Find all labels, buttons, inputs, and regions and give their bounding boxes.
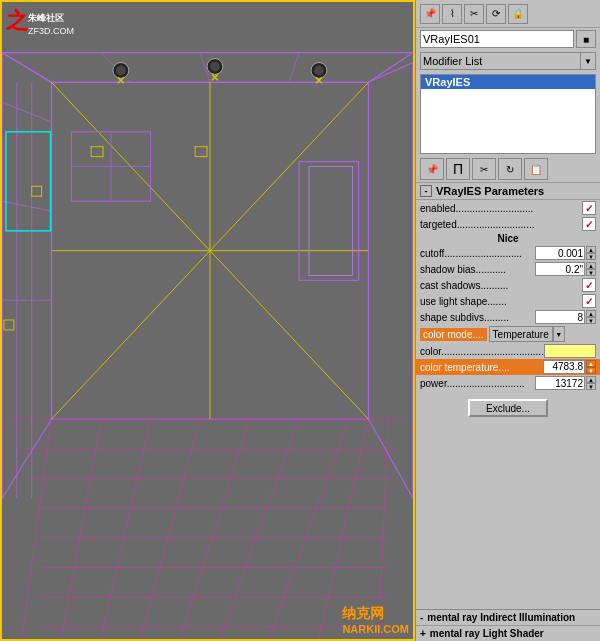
param-row-enabled: enabled............................ xyxy=(416,200,600,216)
enabled-label: enabled............................ xyxy=(420,203,582,214)
param-row-cast-shadows: cast shadows.......... xyxy=(416,277,600,293)
param-row-color-mode: color mode.... Temperature ▼ xyxy=(416,325,600,343)
pin-stack-btn[interactable]: 📌 xyxy=(420,158,444,180)
shape-subdivs-down[interactable]: ▼ xyxy=(586,317,596,324)
color-mode-dropdown-arrow[interactable]: ▼ xyxy=(553,326,565,342)
shape-subdivs-label: shape subdivs......... xyxy=(420,312,535,323)
shadow-bias-down[interactable]: ▼ xyxy=(586,269,596,276)
show-graph-btn[interactable]: Π xyxy=(446,158,470,180)
narkii-url: NARKII.COM xyxy=(342,623,409,635)
watermark-site: 朱峰社区 xyxy=(28,12,64,25)
cutoff-up[interactable]: ▲ xyxy=(586,246,596,253)
scene-svg xyxy=(2,2,413,639)
modifier-btns: 📌 Π ✂ ↻ 📋 xyxy=(416,156,600,183)
modifier-row: Modifier List ▼ xyxy=(416,50,600,72)
modifier-list-label: Modifier List xyxy=(420,52,581,70)
minus-icon: - xyxy=(420,612,423,623)
use-light-shape-label: use light shape....... xyxy=(420,296,582,307)
mental-ray-indirect-btn[interactable]: - mental ray Indirect Illumination xyxy=(416,610,600,626)
pin-icon[interactable]: 📌 xyxy=(420,4,440,24)
svg-point-40 xyxy=(314,65,324,75)
refresh-btn[interactable]: ↻ xyxy=(498,158,522,180)
svg-point-38 xyxy=(116,65,126,75)
nice-divider: Nice xyxy=(416,232,600,245)
narkii-label: 纳克网 xyxy=(342,605,409,623)
cast-shadows-checkbox[interactable] xyxy=(582,278,596,292)
plus-icon: + xyxy=(420,628,426,639)
color-temp-up[interactable]: ▲ xyxy=(586,360,596,367)
power-down[interactable]: ▼ xyxy=(586,383,596,390)
bottom-watermark: 纳克网 NARKII.COM xyxy=(342,605,409,635)
properties-icon[interactable]: ⟳ xyxy=(486,4,506,24)
name-color-btn[interactable]: ■ xyxy=(576,30,596,48)
cutoff-value[interactable]: 0.001 xyxy=(535,246,585,260)
svg-point-39 xyxy=(210,62,220,72)
color-temp-spinner[interactable]: ▲ ▼ xyxy=(586,360,596,374)
cast-shadows-label: cast shadows.......... xyxy=(420,280,582,291)
color-mode-value[interactable]: Temperature xyxy=(489,326,553,342)
shadow-bias-up[interactable]: ▲ xyxy=(586,262,596,269)
modifier-dropdown-arrow[interactable]: ▼ xyxy=(580,52,596,70)
cutoff-spinner[interactable]: ▲ ▼ xyxy=(586,246,596,260)
enabled-checkbox[interactable] xyxy=(582,201,596,215)
params-header: - VRayIES Parameters xyxy=(416,183,600,200)
params-collapse-btn[interactable]: - xyxy=(420,185,432,197)
power-label: power............................ xyxy=(420,378,535,389)
color-mode-select-wrapper[interactable]: Temperature ▼ xyxy=(489,326,565,342)
main-container: 之 朱峰社区 ZF3D.COM xyxy=(0,0,600,641)
bottom-section: - mental ray Indirect Illumination + men… xyxy=(416,609,600,641)
mental-ray-light-btn[interactable]: + mental ray Light Shader xyxy=(416,626,600,641)
param-row-color: color...................................… xyxy=(416,343,600,359)
param-row-use-light-shape: use light shape....... xyxy=(416,293,600,309)
name-row: ■ xyxy=(416,28,600,50)
watermark-zf: 之 xyxy=(6,6,28,36)
param-row-power: power............................ 13172 … xyxy=(416,375,600,391)
exclude-button[interactable]: Exclude... xyxy=(468,399,548,417)
params-title: VRayIES Parameters xyxy=(436,185,544,197)
viewport[interactable]: 之 朱峰社区 ZF3D.COM xyxy=(0,0,415,641)
param-row-shape-subdivs: shape subdivs......... 8 ▲ ▼ xyxy=(416,309,600,325)
modifier-stack: VRayIES xyxy=(420,74,596,154)
color-mode-label: color mode.... xyxy=(420,328,487,341)
object-name-input[interactable] xyxy=(420,30,574,48)
targeted-checkbox[interactable] xyxy=(582,217,596,231)
mental-ray-light-label: mental ray Light Shader xyxy=(430,628,544,639)
shadow-bias-spinner[interactable]: ▲ ▼ xyxy=(586,262,596,276)
cut-btn[interactable]: ✂ xyxy=(472,158,496,180)
shape-subdivs-value[interactable]: 8 xyxy=(535,310,585,324)
power-spinner[interactable]: ▲ ▼ xyxy=(586,376,596,390)
param-row-color-temperature: color temperature.... 4783.8 ▲ ▼ xyxy=(416,359,600,375)
color-temp-label: color temperature.... xyxy=(420,362,543,373)
color-swatch[interactable] xyxy=(544,344,596,358)
color-temp-down[interactable]: ▼ xyxy=(586,367,596,374)
limits-icon[interactable]: ✂ xyxy=(464,4,484,24)
power-value[interactable]: 13172 xyxy=(535,376,585,390)
power-up[interactable]: ▲ xyxy=(586,376,596,383)
graph-icon[interactable]: ⌇ xyxy=(442,4,462,24)
mental-ray-indirect-label: mental ray Indirect Illumination xyxy=(427,612,575,623)
shadow-bias-value[interactable]: 0.2" xyxy=(535,262,585,276)
cutoff-label: cutoff............................ xyxy=(420,248,535,259)
watermark-zf3d: ZF3D.COM xyxy=(28,26,74,36)
shape-subdivs-spinner[interactable]: ▲ ▼ xyxy=(586,310,596,324)
color-label: color...................................… xyxy=(420,346,544,357)
param-row-cutoff: cutoff............................ 0.001… xyxy=(416,245,600,261)
targeted-label: targeted............................ xyxy=(420,219,582,230)
modifier-stack-item-vrayies[interactable]: VRayIES xyxy=(421,75,595,89)
shadow-bias-label: shadow bias........... xyxy=(420,264,535,275)
params-section: - VRayIES Parameters enabled............… xyxy=(416,183,600,609)
color-temp-value[interactable]: 4783.8 xyxy=(543,360,585,374)
top-toolbar: 📌 ⌇ ✂ ⟳ 🔒 xyxy=(416,0,600,28)
param-row-shadow-bias: shadow bias........... 0.2" ▲ ▼ xyxy=(416,261,600,277)
exclude-row: Exclude... xyxy=(416,391,600,425)
make-unique-icon[interactable]: 🔒 xyxy=(508,4,528,24)
shape-subdivs-up[interactable]: ▲ xyxy=(586,310,596,317)
right-panel: 📌 ⌇ ✂ ⟳ 🔒 ■ Modifier List ▼ VRayIES 📌 Π … xyxy=(415,0,600,641)
use-light-shape-checkbox[interactable] xyxy=(582,294,596,308)
cutoff-down[interactable]: ▼ xyxy=(586,253,596,260)
param-row-targeted: targeted............................ xyxy=(416,216,600,232)
svg-rect-0 xyxy=(2,3,413,638)
configure-btn[interactable]: 📋 xyxy=(524,158,548,180)
